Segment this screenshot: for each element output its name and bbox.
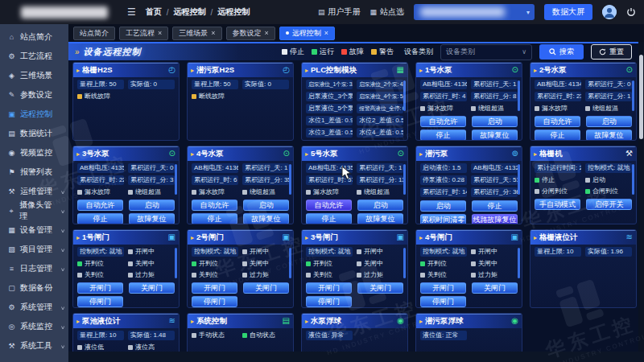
card-scrollbar[interactable] (403, 248, 406, 278)
card-scrollbar[interactable] (632, 80, 634, 111)
sidebar-item-5[interactable]: ▤数据统计 (0, 124, 68, 143)
search-button[interactable]: 搜索 (539, 44, 584, 60)
machine-icon: ⚒ (625, 150, 633, 158)
card-scrollbar[interactable] (175, 248, 177, 278)
sidebar-item-9[interactable]: ⌖摄像头管理∨ (0, 201, 68, 220)
card-button[interactable]: 线路故障复位 (472, 214, 518, 224)
card-button[interactable]: 启动 (586, 116, 632, 127)
card-button[interactable]: 开闸门 (192, 282, 237, 294)
close-icon[interactable]: × (324, 29, 328, 37)
card-button[interactable]: 启停开关 (586, 199, 632, 210)
card-button[interactable]: 停闸门 (192, 296, 237, 307)
legend-label: 停止 (290, 47, 304, 57)
card-button[interactable]: 开闸门 (420, 282, 466, 294)
breadcrumb-home[interactable]: 首页 (146, 6, 162, 18)
sidebar-item-12[interactable]: ≡日志管理∨ (0, 259, 68, 278)
card-header: ▸4号闸门▣ (416, 230, 522, 245)
card-button[interactable]: 启动 (129, 200, 175, 211)
sidebar-item-7[interactable]: ⚑报警列表 (0, 162, 68, 182)
sidebar-item-14[interactable]: ⚙系统管理∨ (0, 298, 68, 317)
card-button[interactable]: 停止 (192, 213, 237, 224)
status-dot (306, 261, 311, 266)
field-pill: 累积运行_天: 1 (242, 163, 289, 173)
sidebar-item-16[interactable]: ⚒系统工具∨ (0, 336, 68, 356)
card-button[interactable]: 启动 (420, 200, 466, 212)
sidebar-item-10[interactable]: ▦设备管理∨ (0, 220, 68, 240)
card-scrollbar[interactable] (403, 164, 406, 195)
card-scrollbar[interactable] (518, 164, 520, 195)
card-scrollbar[interactable] (632, 164, 634, 195)
big-screen-button[interactable]: 数据大屏 (544, 4, 592, 20)
sidebar-item-8[interactable]: ⚒运维管理∨ (0, 182, 68, 201)
card-button[interactable]: 故障复位 (472, 130, 518, 141)
card-button[interactable]: 启动 (243, 200, 289, 211)
tab-1[interactable]: 工艺流程× (119, 27, 168, 40)
card-button[interactable]: 自动允许 (77, 200, 123, 211)
tab-3[interactable]: 参数设定× (226, 27, 275, 40)
card-button[interactable]: 故障复位 (586, 130, 632, 141)
scrollbar[interactable] (638, 42, 644, 352)
sidebar-item-label: 摄像头管理 (19, 200, 56, 222)
scrollbar-thumb[interactable] (639, 55, 643, 139)
card-button[interactable]: 停止 (535, 130, 580, 141)
tab-0[interactable]: 站点简介 (73, 27, 115, 40)
card-button[interactable]: 停止 (77, 213, 123, 224)
card-button[interactable]: 停止 (306, 213, 352, 224)
card-title: 潜污泵H2S (196, 65, 280, 76)
reset-button[interactable]: 重置 (591, 44, 632, 60)
card-button[interactable]: 开闸门 (77, 282, 123, 294)
card-scrollbar[interactable] (518, 80, 520, 111)
card-button[interactable]: 停止 (472, 200, 518, 212)
menu-toggle-icon[interactable]: ☰ (127, 6, 136, 18)
sidebar-item-13[interactable]: ▢数据备份 (0, 278, 68, 298)
sidebar-item-1[interactable]: ⚙工艺流程 (0, 47, 68, 66)
tab-4[interactable]: 远程控制× (279, 27, 335, 40)
card-arrow-icon: ▸ (534, 67, 537, 74)
card-button[interactable]: 停闸门 (77, 296, 123, 307)
card-scrollbar[interactable] (518, 248, 520, 278)
card-button[interactable]: 故障复位 (129, 213, 175, 224)
card-button[interactable]: 关闸门 (243, 282, 289, 294)
card-button[interactable]: 故障复位 (357, 213, 403, 224)
card-button[interactable]: 停止 (420, 130, 466, 141)
card-button[interactable]: 自动允许 (306, 200, 352, 211)
sidebar-item-2[interactable]: ◈三维场景 (0, 66, 68, 85)
card-button[interactable]: 自动允许 (420, 116, 466, 127)
avatar[interactable] (602, 5, 617, 19)
sidebar-item-11[interactable]: ▧项目管理∨ (0, 240, 68, 259)
card-button[interactable]: 累积时间清零 (420, 214, 466, 224)
card-button[interactable]: 关闸门 (357, 282, 403, 294)
card-button[interactable]: 关闸门 (129, 282, 175, 294)
card-button[interactable]: 开闸门 (306, 282, 352, 294)
site-select-dropdown[interactable]: ▾ (414, 4, 535, 20)
close-icon[interactable]: × (265, 29, 269, 37)
card-scrollbar[interactable] (175, 164, 177, 195)
tab-label: 远程控制 (292, 28, 321, 39)
field-pill: 启泵液位_1个泵: 3.8 (306, 80, 353, 89)
card-scrollbar[interactable] (403, 80, 406, 111)
sidebar-item-0[interactable]: ⌂站点简介 (0, 27, 68, 47)
card-button[interactable]: 手自动模式 (535, 199, 580, 210)
card-button[interactable]: 自动允许 (192, 200, 237, 211)
tab-2[interactable]: 三维场景× (172, 27, 221, 40)
card-button[interactable]: 启动 (357, 200, 403, 211)
card-button[interactable]: 故障复位 (243, 213, 289, 224)
sidebar-item-15[interactable]: ◎系统监控∨ (0, 317, 68, 336)
sidebar-item-6[interactable]: ◉视频监控 (0, 143, 68, 162)
breadcrumb-section[interactable]: 远程控制 (174, 6, 206, 18)
close-icon[interactable]: × (211, 29, 215, 37)
card-button[interactable]: 关闸门 (472, 282, 518, 294)
category-select[interactable]: 设备类别 ∨ (440, 44, 532, 60)
card-button[interactable]: 自动允许 (535, 116, 580, 127)
sidebar-item-4[interactable]: ▣远程控制 (0, 105, 68, 124)
card-scrollbar[interactable] (289, 248, 291, 278)
power-icon[interactable] (626, 7, 636, 17)
close-icon[interactable]: × (158, 29, 162, 37)
card-button[interactable]: 启动 (472, 116, 518, 127)
sidebar-item-3[interactable]: ✎参数设定 (0, 85, 68, 105)
card-body: 累计运行时间: 2控制模式: 就地停止启动分闸到位合闸到位手自动模式启停开关 (530, 161, 636, 212)
user-manual-link[interactable]: ▤ 用户手册 (318, 6, 361, 18)
card-button[interactable]: 停闸门 (306, 296, 352, 307)
card-scrollbar[interactable] (289, 164, 291, 195)
card-button[interactable]: 停闸门 (420, 296, 466, 307)
